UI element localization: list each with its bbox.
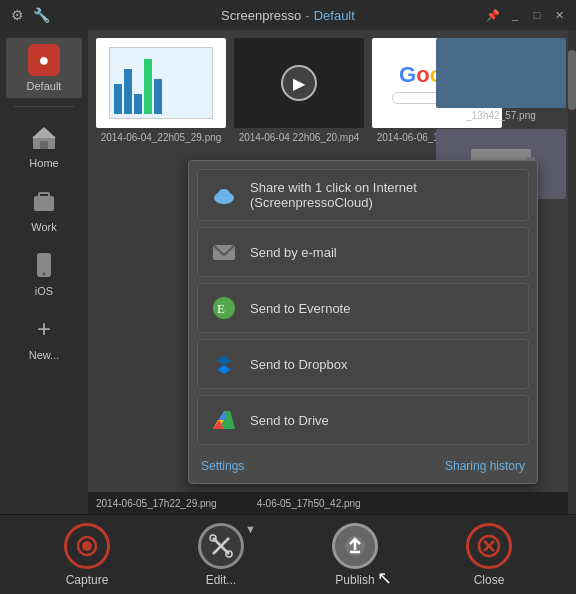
publish-item-evernote[interactable]: E Send to Evernote (197, 283, 529, 333)
bottom-bar: Capture Edit... ▼ Publish ↖ (0, 514, 576, 594)
content-area: 2014-06-04_22h05_29.png ▶ 2014-06-04 22h… (88, 30, 576, 514)
new-icon: + (28, 313, 60, 345)
sidebar-label-work: Work (31, 221, 56, 233)
svg-point-6 (43, 273, 46, 276)
close-icon (466, 523, 512, 569)
title-bar-icons: ⚙ 🔧 (8, 6, 50, 24)
edit-label: Edit... (206, 573, 237, 587)
edit-dropdown-arrow[interactable]: ▼ (245, 523, 256, 535)
wrench-icon[interactable]: 🔧 (32, 6, 50, 24)
profile-name: Default (314, 8, 355, 23)
strip-filename-left: 2014-06-05_17h22_29.png (96, 498, 217, 509)
capture-label: Capture (66, 573, 109, 587)
svg-rect-4 (39, 193, 49, 198)
publish-item-label: Share with 1 click on Internet (Screenpr… (250, 180, 516, 210)
scrollbar[interactable] (568, 30, 576, 514)
capture-icon (64, 523, 110, 569)
thumbnail-item[interactable]: ▶ 2014-06-04 22h06_20.mp4 (234, 38, 364, 143)
svg-marker-1 (32, 127, 56, 138)
settings-icon[interactable]: ⚙ (8, 6, 26, 24)
drive-icon (210, 406, 238, 434)
thumbnail-image: ▶ (234, 38, 364, 128)
thumbnail-label: 2014-06-04_22h05_29.png (101, 132, 222, 143)
bar-chart-bar (114, 84, 122, 114)
app-title: Screenpresso-Default (221, 8, 355, 23)
svg-marker-15 (217, 356, 231, 365)
capture-button[interactable]: Capture (64, 523, 110, 587)
app-name: Screenpresso (221, 8, 301, 23)
svg-point-10 (218, 189, 230, 199)
right-thumbnail-item[interactable]: _13h42_57.png (436, 38, 566, 121)
sidebar-label-new: New... (29, 349, 60, 361)
publish-icon (332, 523, 378, 569)
email-icon (210, 238, 238, 266)
minimize-icon[interactable]: _ (506, 6, 524, 24)
svg-text:E: E (217, 301, 225, 316)
bar-chart-bar (144, 59, 152, 114)
thumbnail-image (96, 38, 226, 128)
main-layout: ● Default Home Work iOS + New... (0, 30, 576, 514)
window-controls: 📌 _ □ ✕ (484, 6, 568, 24)
sidebar: ● Default Home Work iOS + New... (0, 30, 88, 514)
strip-filename-right: 4-06-05_17h50_42.png (257, 498, 361, 509)
close-label: Close (474, 573, 505, 587)
bar-chart-bar (124, 69, 132, 114)
bar-chart-bar (134, 94, 142, 114)
publish-footer: Settings Sharing history (197, 451, 529, 475)
cursor-indicator: ↖ (377, 567, 392, 589)
default-icon: ● (28, 44, 60, 76)
scrollbar-thumb[interactable] (568, 50, 576, 110)
title-bar: ⚙ 🔧 Screenpresso-Default 📌 _ □ ✕ (0, 0, 576, 30)
settings-link[interactable]: Settings (201, 459, 244, 473)
close-window-icon[interactable]: ✕ (550, 6, 568, 24)
publish-item-email[interactable]: Send by e-mail (197, 227, 529, 277)
maximize-icon[interactable]: □ (528, 6, 546, 24)
pin-icon[interactable]: 📌 (484, 6, 502, 24)
sidebar-divider (14, 106, 74, 107)
ios-icon (28, 249, 60, 281)
cloud-icon (210, 181, 238, 209)
publish-item-drive[interactable]: Send to Drive (197, 395, 529, 445)
publish-item-label: Send to Drive (250, 413, 329, 428)
thumbnail-item[interactable]: 2014-06-04_22h05_29.png (96, 38, 226, 143)
publish-button[interactable]: Publish ↖ (332, 523, 378, 587)
play-icon: ▶ (281, 65, 317, 101)
sharing-history-link[interactable]: Sharing history (445, 459, 525, 473)
sidebar-item-default[interactable]: ● Default (6, 38, 82, 98)
publish-item-cloud[interactable]: Share with 1 click on Internet (Screenpr… (197, 169, 529, 221)
publish-label: Publish (335, 573, 374, 587)
publish-item-label: Send to Dropbox (250, 357, 348, 372)
sidebar-item-work[interactable]: Work (6, 179, 82, 239)
sidebar-item-home[interactable]: Home (6, 115, 82, 175)
edit-button[interactable]: Edit... ▼ (198, 523, 244, 587)
home-icon (28, 121, 60, 153)
publish-dropdown: Share with 1 click on Internet (Screenpr… (188, 160, 538, 484)
close-button[interactable]: Close (466, 523, 512, 587)
svg-rect-2 (40, 141, 48, 149)
right-thumbnail-image (436, 38, 566, 108)
sidebar-item-ios[interactable]: iOS (6, 243, 82, 303)
sidebar-label-home: Home (29, 157, 58, 169)
work-icon (28, 185, 60, 217)
publish-item-label: Send to Evernote (250, 301, 350, 316)
edit-icon (198, 523, 244, 569)
sidebar-label-ios: iOS (35, 285, 53, 297)
filename-strip: 2014-06-05_17h22_29.png 4-06-05_17h50_42… (88, 492, 568, 514)
right-thumbnail-label: _13h42_57.png (466, 110, 536, 121)
thumbnail-label: 2014-06-04 22h06_20.mp4 (239, 132, 360, 143)
evernote-icon: E (210, 294, 238, 322)
svg-point-22 (82, 541, 92, 551)
sidebar-label-default: Default (27, 80, 62, 92)
publish-item-dropbox[interactable]: Send to Dropbox (197, 339, 529, 389)
sidebar-item-new[interactable]: + New... (6, 307, 82, 367)
publish-item-label: Send by e-mail (250, 245, 337, 260)
bar-chart-bar (154, 79, 162, 114)
dropbox-icon (210, 350, 238, 378)
